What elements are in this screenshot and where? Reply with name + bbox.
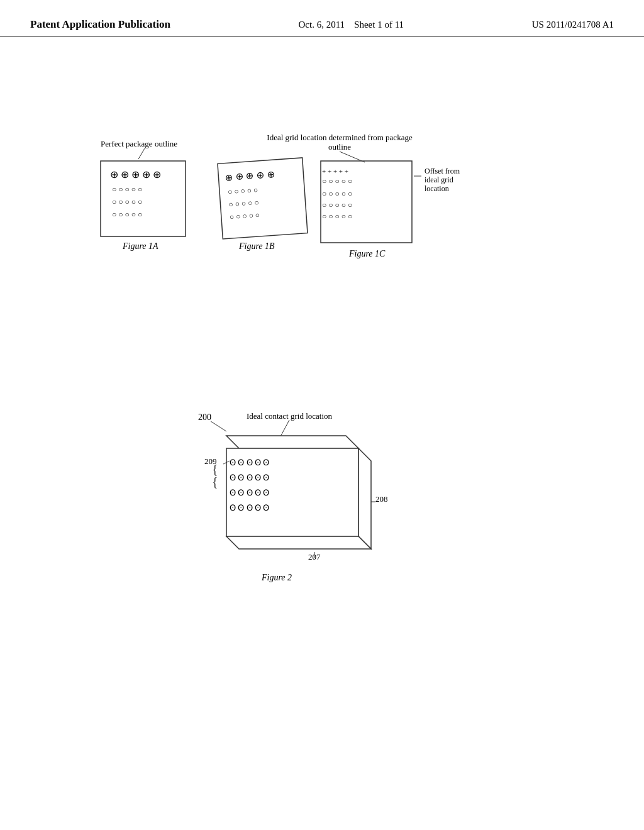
svg-text:Ideal grid location determined: Ideal grid location determined from pack… xyxy=(267,133,413,142)
svg-text:{: { xyxy=(212,462,218,476)
svg-text:ideal grid: ideal grid xyxy=(425,175,453,184)
svg-text:+  +  +  +  +: + + + + + xyxy=(322,167,348,175)
svg-text:ʘ  ʘ  ʘ  ʘ  ʘ: ʘ ʘ ʘ ʘ ʘ xyxy=(230,458,269,467)
svg-text:○ ○ ○ ○ ○: ○ ○ ○ ○ ○ xyxy=(228,185,258,196)
svg-text:⊕ ⊕ ⊕ ⊕ ⊕: ⊕ ⊕ ⊕ ⊕ ⊕ xyxy=(225,169,275,183)
svg-text:○ ○ ○ ○ ○: ○ ○ ○ ○ ○ xyxy=(228,197,259,208)
svg-text:○ ○ ○ ○ ○: ○ ○ ○ ○ ○ xyxy=(322,177,352,185)
svg-text:ʘ  ʘ  ʘ  ʘ  ʘ: ʘ ʘ ʘ ʘ ʘ xyxy=(230,488,269,497)
svg-text:○ ○ ○ ○ ○: ○ ○ ○ ○ ○ xyxy=(112,197,142,206)
svg-text:Figure 1A: Figure 1A xyxy=(122,241,158,251)
figure2-svg: 200 Ideal contact grid location 209 { { … xyxy=(101,407,491,615)
svg-line-31 xyxy=(280,420,289,438)
svg-line-1 xyxy=(138,148,145,159)
svg-text:⊕ ⊕ ⊕ ⊕ ⊕: ⊕ ⊕ ⊕ ⊕ ⊕ xyxy=(110,169,161,180)
svg-text:○ ○ ○ ○ ○: ○ ○ ○ ○ ○ xyxy=(112,185,142,194)
svg-text:ʘ  ʘ  ʘ  ʘ  ʘ: ʘ ʘ ʘ ʘ ʘ xyxy=(230,473,269,482)
svg-marker-32 xyxy=(226,436,358,448)
svg-text:○ ○ ○ ○ ○: ○ ○ ○ ○ ○ xyxy=(322,212,352,221)
svg-text:Offset from: Offset from xyxy=(425,167,460,175)
publication-date: Oct. 6, 2011 Sheet 1 of 11 xyxy=(299,18,404,32)
svg-marker-34 xyxy=(358,448,371,549)
svg-text:Perfect package outline: Perfect package outline xyxy=(101,139,177,148)
svg-text:Figure 1B: Figure 1B xyxy=(238,241,275,251)
svg-text:{: { xyxy=(212,475,218,489)
figure1-svg: Perfect package outline ⊕ ⊕ ⊕ ⊕ ⊕ ○ ○ ○ … xyxy=(31,131,579,401)
page-header: Patent Application Publication Oct. 6, 2… xyxy=(0,0,644,36)
publication-number: US 2011/0241708 A1 xyxy=(532,18,614,32)
svg-text:○ ○ ○ ○ ○: ○ ○ ○ ○ ○ xyxy=(322,201,352,209)
svg-text:208: 208 xyxy=(375,494,388,504)
svg-text:ʘ  ʘ  ʘ  ʘ  ʘ: ʘ ʘ ʘ ʘ ʘ xyxy=(230,503,269,512)
svg-text:Figure 2: Figure 2 xyxy=(261,573,292,582)
svg-text:Ideal contact grid location: Ideal contact grid location xyxy=(247,411,333,421)
svg-text:Figure 1C: Figure 1C xyxy=(348,249,386,258)
svg-marker-35 xyxy=(226,536,371,549)
svg-text:○ ○ ○ ○ ○: ○ ○ ○ ○ ○ xyxy=(229,210,260,221)
svg-text:outline: outline xyxy=(328,142,351,152)
svg-text:○ ○ ○ ○ ○: ○ ○ ○ ○ ○ xyxy=(322,189,352,198)
svg-line-29 xyxy=(211,421,226,431)
svg-text:location: location xyxy=(425,184,449,193)
publication-title: Patent Application Publication xyxy=(30,18,170,31)
svg-text:○ ○ ○ ○ ○: ○ ○ ○ ○ ○ xyxy=(112,210,142,219)
svg-text:200: 200 xyxy=(198,412,211,422)
